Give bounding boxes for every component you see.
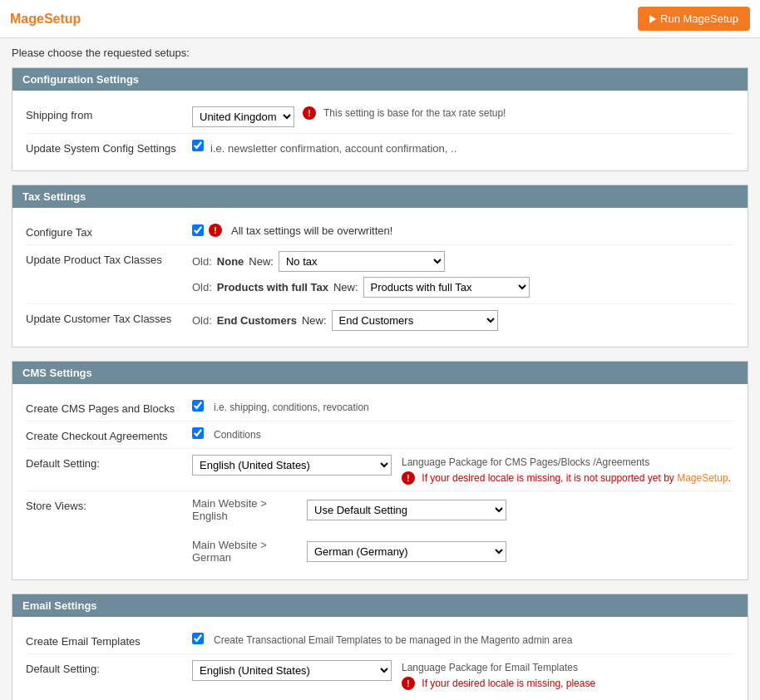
email-note-text: Language Package for Email Templates: [402, 662, 734, 673]
configuration-settings-section: Configuration Settings Shipping from Uni…: [12, 67, 748, 171]
update-product-label: Update Product Tax Classes: [26, 251, 192, 266]
cms-default-label: Default Setting:: [26, 455, 192, 470]
update-system-row: Update System Config Settings i.e. newsl…: [26, 134, 734, 160]
email-default-row: Default Setting: English (United States)…: [26, 654, 734, 696]
create-checkout-label: Create Checkout Agreements: [26, 427, 192, 442]
update-system-note: i.e. newsletter confirmation, account co…: [210, 140, 456, 155]
page-content: Please choose the requested setups: Conf…: [0, 38, 760, 700]
create-pages-label: Create CMS Pages and Blocks: [26, 400, 192, 415]
store-views-list: Main Website > English Use Default Setti…: [192, 497, 506, 564]
play-icon: [649, 15, 656, 23]
configure-tax-warning: All tax settings will be overwritten!: [231, 224, 392, 237]
shipping-from-control: United Kingdom United States Germany Fra…: [192, 106, 734, 127]
update-product-control: Old: None New: No tax Products with full…: [192, 251, 734, 298]
configuration-settings-body: Shipping from United Kingdom United Stat…: [12, 91, 748, 170]
cms-default-control: English (United States) German (Germany)…: [192, 455, 734, 485]
cms-default-note-text: Language Package for CMS Pages/Blocks /A…: [402, 456, 734, 468]
configure-tax-checkbox[interactable]: [192, 224, 204, 236]
customer-new-label: New:: [302, 314, 327, 327]
store-view-row2: Main Website > German Use Default Settin…: [192, 539, 506, 564]
shipping-note: This setting is base for the tax rate se…: [323, 107, 506, 119]
cms-settings-body: Create CMS Pages and Blocks i.e. shippin…: [12, 384, 748, 579]
shipping-from-row: Shipping from United Kingdom United Stat…: [26, 101, 734, 134]
store-view1-label: Main Website > English: [192, 497, 300, 522]
cms-magesetup-link[interactable]: MageSetup: [677, 472, 728, 484]
update-customer-label: Update Customer Tax Classes: [26, 310, 192, 325]
email-default-note: Language Package for Email Templates ! I…: [392, 660, 734, 690]
product-row2-old-value: Products with full Tax: [217, 281, 328, 293]
product-row2-old-label: Old:: [192, 281, 212, 293]
create-checkout-control: Conditions: [192, 427, 734, 441]
create-email-control: Create Transactional Email Templates to …: [192, 633, 734, 646]
cms-default-row: Default Setting: English (United States)…: [26, 449, 734, 491]
product-row1-new-label: New:: [249, 255, 274, 268]
customer-tax-select[interactable]: End Customers Wholesale: [332, 310, 498, 331]
product-tax-row2: Old: Products with full Tax New: No tax …: [192, 277, 530, 298]
customer-old-label: Old:: [192, 314, 212, 327]
email-default-label: Default Setting:: [26, 660, 192, 675]
product-row1-old-value: None: [217, 255, 244, 268]
configure-tax-icon: !: [209, 224, 222, 237]
email-default-select[interactable]: English (United States) German (Germany): [192, 660, 392, 681]
tax-settings-header: Tax Settings: [12, 185, 748, 208]
update-customer-control: Old: End Customers New: End Customers Wh…: [192, 310, 734, 331]
store-view2-select[interactable]: Use Default Setting English (United Stat…: [307, 541, 506, 562]
cms-default-note: Language Package for CMS Pages/Blocks /A…: [392, 455, 734, 485]
store-view-row1: Main Website > English Use Default Setti…: [192, 497, 506, 522]
configure-tax-label: Configure Tax: [26, 224, 192, 239]
app-title: MageSetup: [10, 12, 81, 27]
create-email-checkbox[interactable]: [192, 633, 204, 644]
product-row2-new-label: New:: [333, 281, 358, 293]
update-system-control: i.e. newsletter confirmation, account co…: [192, 140, 734, 155]
shipping-info-icon: !: [303, 106, 316, 120]
email-default-control: English (United States) German (Germany)…: [192, 660, 734, 690]
configuration-settings-header: Configuration Settings: [12, 68, 748, 91]
product-tax-row1: Old: None New: No tax Products with full…: [192, 251, 445, 272]
email-warning-icon: !: [402, 677, 415, 690]
tax-settings-body: Configure Tax ! All tax settings will be…: [12, 208, 748, 347]
store-views-label: Store Views:: [26, 497, 192, 512]
configure-tax-control: ! All tax settings will be overwritten!: [192, 224, 734, 237]
update-customer-row: Update Customer Tax Classes Old: End Cus…: [26, 304, 734, 337]
store-view1-select[interactable]: Use Default Setting English (United Stat…: [307, 500, 506, 520]
create-pages-row: Create CMS Pages and Blocks i.e. shippin…: [26, 394, 734, 421]
email-settings-section: Email Settings Create Email Templates Cr…: [12, 594, 748, 700]
create-pages-checkbox[interactable]: [192, 400, 204, 412]
customer-tax-row: Old: End Customers New: End Customers Wh…: [192, 310, 498, 331]
cms-warning-text: If your desired locale is missing, it is…: [422, 472, 731, 484]
create-pages-note: i.e. shipping, conditions, revocation: [204, 400, 734, 413]
tax-settings-section: Tax Settings Configure Tax ! All tax set…: [12, 185, 748, 348]
product-row1-old-label: Old:: [192, 255, 212, 268]
create-checkout-checkbox[interactable]: [192, 427, 204, 439]
page-description: Please choose the requested setups:: [12, 47, 748, 59]
cms-settings-header: CMS Settings: [12, 362, 748, 384]
cms-locale-warning: ! If your desired locale is missing, it …: [402, 471, 734, 485]
shipping-from-label: Shipping from: [26, 106, 192, 121]
email-warning-text: If your desired locale is missing, pleas…: [422, 678, 595, 689]
update-system-checkbox[interactable]: [192, 140, 204, 151]
create-email-note: Create Transactional Email Templates to …: [204, 633, 734, 646]
cms-warning-icon: !: [402, 471, 415, 485]
product-tax-select2[interactable]: No tax Products with full Tax: [363, 277, 530, 298]
create-pages-control: i.e. shipping, conditions, revocation: [192, 400, 734, 413]
header: MageSetup Run MageSetup: [0, 0, 760, 38]
configure-tax-row: Configure Tax ! All tax settings will be…: [26, 218, 734, 245]
create-email-row: Create Email Templates Create Transactio…: [26, 627, 734, 654]
store-views-row: Store Views: Main Website > English Use …: [26, 491, 734, 569]
create-email-label: Create Email Templates: [26, 633, 192, 648]
email-settings-header: Email Settings: [12, 594, 748, 617]
create-checkout-note: Conditions: [204, 427, 734, 441]
email-settings-body: Create Email Templates Create Transactio…: [12, 617, 748, 700]
store-view2-label: Main Website > German: [192, 539, 300, 564]
email-locale-warning: ! If your desired locale is missing, ple…: [402, 677, 734, 690]
store-views-control: Main Website > English Use Default Setti…: [192, 497, 734, 564]
run-magesetup-button[interactable]: Run MageSetup: [638, 7, 750, 31]
shipping-from-select[interactable]: United Kingdom United States Germany Fra…: [192, 106, 294, 127]
product-tax-select1[interactable]: No tax Products with full Tax: [279, 251, 445, 272]
customer-old-value: End Customers: [217, 314, 297, 327]
shipping-note-container: ! This setting is base for the tax rate …: [303, 106, 506, 120]
cms-settings-section: CMS Settings Create CMS Pages and Blocks…: [12, 361, 748, 580]
update-system-label: Update System Config Settings: [26, 140, 192, 155]
create-checkout-row: Create Checkout Agreements Conditions: [26, 421, 734, 449]
cms-default-select[interactable]: English (United States) German (Germany)…: [192, 455, 392, 476]
